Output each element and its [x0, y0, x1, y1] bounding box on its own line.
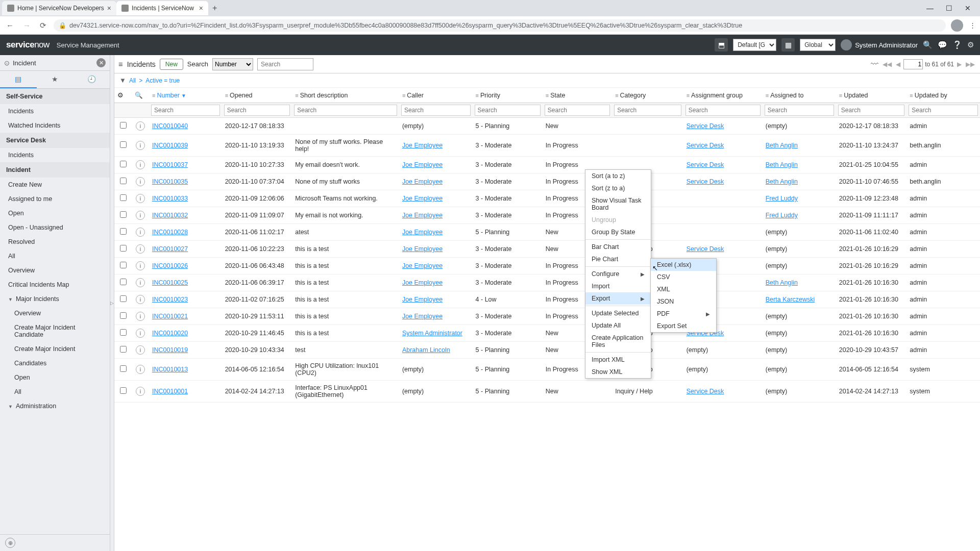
caller-link[interactable]: Joe Employee — [402, 279, 443, 286]
column-header[interactable]: ≡Assignment group — [683, 88, 763, 103]
nav-item[interactable]: Critical Incidents Map — [0, 278, 110, 292]
column-search-input[interactable] — [401, 105, 471, 116]
column-search-input[interactable] — [838, 105, 904, 116]
row-checkbox[interactable] — [120, 262, 127, 268]
menu-item[interactable]: Sort (z to a) — [585, 182, 651, 194]
gear-icon[interactable]: ⚙ — [967, 40, 974, 49]
last-page-icon[interactable]: ▶▶ — [965, 61, 976, 68]
list-menu-icon[interactable]: ≡ — [118, 60, 123, 68]
forward-icon[interactable]: → — [21, 20, 33, 31]
incident-number-link[interactable]: INC0010039 — [152, 142, 188, 149]
menu-item[interactable]: Export Set — [651, 320, 716, 332]
row-checkbox[interactable] — [120, 211, 127, 218]
assigned-link[interactable]: Beth Anglin — [766, 161, 798, 168]
nav-item[interactable]: Open - Unassigned — [0, 220, 110, 235]
menu-item[interactable]: Configure▶ — [585, 268, 651, 280]
new-button[interactable]: New — [160, 59, 183, 70]
caller-link[interactable]: System Administrator — [402, 330, 462, 337]
nav-item[interactable]: Overview — [0, 263, 110, 278]
nav-item[interactable]: Incidents — [0, 148, 110, 162]
menu-item[interactable]: Show XML — [585, 366, 651, 378]
menu-item[interactable]: Group By State — [585, 226, 651, 238]
back-icon[interactable]: ← — [4, 20, 16, 31]
nav-item[interactable]: Overview — [0, 306, 110, 320]
row-checkbox[interactable] — [120, 365, 127, 372]
incident-number-link[interactable]: INC0010019 — [152, 346, 188, 354]
update-set-picker[interactable]: Default [Globa — [733, 39, 776, 51]
column-search-input[interactable] — [685, 105, 761, 116]
preview-icon[interactable]: i — [136, 177, 145, 186]
menu-item[interactable]: CSV — [651, 271, 716, 283]
preview-icon[interactable]: i — [136, 211, 145, 220]
incident-number-link[interactable]: INC0010013 — [152, 366, 188, 373]
column-search-input[interactable] — [545, 105, 610, 116]
preview-icon[interactable]: i — [136, 194, 145, 203]
column-header[interactable]: ≡State — [543, 88, 612, 103]
preview-icon[interactable]: i — [136, 312, 145, 321]
nav-item[interactable]: All — [0, 249, 110, 263]
scope-icon[interactable]: ▦ — [781, 38, 795, 52]
caller-link[interactable]: Joe Employee — [402, 262, 443, 269]
column-search-input[interactable] — [765, 105, 834, 116]
row-checkbox[interactable] — [120, 122, 127, 129]
nav-section[interactable]: Incident — [0, 162, 110, 178]
search-field-select[interactable]: Number — [212, 58, 253, 70]
preview-icon[interactable]: i — [136, 121, 145, 131]
incident-number-link[interactable]: INC0010021 — [152, 313, 188, 320]
column-header[interactable]: ≡Short description — [292, 88, 399, 103]
caller-link[interactable]: Joe Employee — [402, 296, 443, 303]
incident-number-link[interactable]: INC0010027 — [152, 245, 188, 253]
group-link[interactable]: Service Desk — [687, 142, 724, 149]
incident-number-link[interactable]: INC0010025 — [152, 279, 188, 286]
nav-item[interactable]: Open — [0, 206, 110, 220]
caller-link[interactable]: Abraham Lincoln — [402, 346, 450, 354]
row-checkbox[interactable] — [120, 228, 127, 235]
next-page-icon[interactable]: ▶ — [956, 61, 963, 68]
close-icon[interactable]: × — [199, 4, 203, 12]
column-search-input[interactable] — [475, 105, 541, 116]
incident-number-link[interactable]: INC0010026 — [152, 262, 188, 269]
personalize-icon[interactable]: ⚙ — [114, 88, 132, 103]
preview-icon[interactable]: i — [136, 160, 145, 169]
column-search-input[interactable] — [151, 105, 220, 116]
group-link[interactable]: Service Desk — [687, 122, 724, 130]
browser-tab-incidents[interactable]: Incidents | ServiceNow × — [116, 1, 208, 15]
menu-item[interactable]: XML — [651, 283, 716, 295]
browser-menu-icon[interactable]: ⋮ — [969, 21, 976, 29]
caller-link[interactable]: Joe Employee — [402, 178, 443, 185]
group-link[interactable]: Service Desk — [687, 388, 724, 395]
column-header[interactable]: ≡Updated — [836, 88, 906, 103]
nav-item[interactable]: Incidents — [0, 104, 110, 118]
nav-filter-input[interactable]: Incident — [13, 59, 93, 67]
column-header[interactable]: ≡Assigned to — [763, 88, 836, 103]
caller-link[interactable]: Joe Employee — [402, 313, 443, 320]
preview-icon[interactable]: i — [136, 295, 145, 304]
column-header[interactable]: ≡Caller — [399, 88, 473, 103]
assigned-link[interactable]: Beth Anglin — [766, 142, 798, 149]
caller-link[interactable]: Joe Employee — [402, 212, 443, 219]
nav-section[interactable]: Self-Service — [0, 89, 110, 104]
menu-item[interactable]: Sort (a to z) — [585, 170, 651, 182]
row-checkbox[interactable] — [120, 141, 127, 148]
close-icon[interactable]: × — [107, 4, 111, 12]
nav-item[interactable]: Create Major Incident — [0, 342, 110, 356]
menu-item[interactable]: PDF▶ — [651, 308, 716, 320]
row-checkbox[interactable] — [120, 245, 127, 252]
reload-icon[interactable]: ⟳ — [38, 20, 48, 31]
column-search-input[interactable] — [614, 105, 681, 116]
row-checkbox[interactable] — [120, 329, 127, 336]
menu-item[interactable]: Update All — [585, 319, 651, 332]
nav-group[interactable]: Major Incidents — [0, 292, 110, 306]
row-checkbox[interactable] — [120, 346, 127, 353]
nav-tab-all[interactable]: ▤ — [0, 71, 37, 88]
clear-filter-icon[interactable]: ✕ — [96, 58, 106, 67]
assigned-link[interactable]: Fred Luddy — [766, 195, 798, 202]
profile-avatar[interactable] — [951, 19, 963, 32]
preview-icon[interactable]: i — [136, 228, 145, 237]
nav-item[interactable]: Create Major Incident Candidate — [0, 320, 110, 342]
column-search-input[interactable] — [224, 105, 290, 116]
update-set-icon[interactable]: ⬒ — [715, 38, 728, 52]
row-checkbox[interactable] — [120, 312, 127, 319]
nav-resize-handle[interactable]: ▷ — [110, 55, 114, 551]
nav-item[interactable]: All — [0, 385, 110, 399]
